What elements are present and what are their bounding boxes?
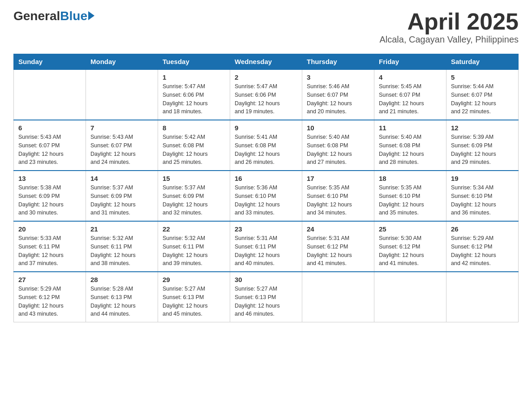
day-info: Sunrise: 5:43 AMSunset: 6:07 PMDaylight:… (18, 133, 81, 167)
weekday-header-monday: Monday (86, 54, 158, 70)
calendar-cell: 25Sunrise: 5:30 AMSunset: 6:12 PMDayligh… (374, 221, 446, 272)
calendar-header: SundayMondayTuesdayWednesdayThursdayFrid… (14, 54, 519, 70)
calendar-cell: 3Sunrise: 5:46 AMSunset: 6:07 PMDaylight… (302, 69, 374, 120)
day-number: 16 (235, 175, 297, 182)
day-info: Sunrise: 5:47 AMSunset: 6:06 PMDaylight:… (235, 82, 297, 116)
calendar-cell: 10Sunrise: 5:40 AMSunset: 6:08 PMDayligh… (302, 120, 374, 171)
day-number: 18 (379, 175, 442, 182)
calendar-cell (374, 272, 446, 322)
day-number: 19 (451, 175, 514, 182)
day-info: Sunrise: 5:47 AMSunset: 6:06 PMDaylight:… (163, 82, 225, 116)
calendar-table: SundayMondayTuesdayWednesdayThursdayFrid… (13, 54, 519, 322)
calendar-cell (302, 272, 374, 322)
day-number: 22 (163, 225, 225, 233)
calendar-cell: 27Sunrise: 5:29 AMSunset: 6:12 PMDayligh… (14, 272, 86, 322)
calendar-cell: 20Sunrise: 5:33 AMSunset: 6:11 PMDayligh… (14, 221, 86, 272)
calendar-cell: 23Sunrise: 5:31 AMSunset: 6:11 PMDayligh… (230, 221, 302, 272)
day-info: Sunrise: 5:30 AMSunset: 6:12 PMDaylight:… (379, 234, 442, 268)
day-info: Sunrise: 5:27 AMSunset: 6:13 PMDaylight:… (163, 285, 225, 318)
calendar-cell: 29Sunrise: 5:27 AMSunset: 6:13 PMDayligh… (158, 272, 230, 322)
day-info: Sunrise: 5:40 AMSunset: 6:08 PMDaylight:… (379, 133, 442, 167)
day-info: Sunrise: 5:29 AMSunset: 6:12 PMDaylight:… (18, 285, 81, 318)
calendar-cell: 17Sunrise: 5:35 AMSunset: 6:10 PMDayligh… (302, 171, 374, 221)
day-info: Sunrise: 5:31 AMSunset: 6:11 PMDaylight:… (235, 234, 297, 268)
calendar-cell: 13Sunrise: 5:38 AMSunset: 6:09 PMDayligh… (14, 171, 86, 221)
day-number: 3 (307, 73, 369, 81)
calendar-cell: 30Sunrise: 5:27 AMSunset: 6:13 PMDayligh… (230, 272, 302, 322)
calendar-week-4: 20Sunrise: 5:33 AMSunset: 6:11 PMDayligh… (14, 221, 519, 272)
calendar-cell: 11Sunrise: 5:40 AMSunset: 6:08 PMDayligh… (374, 120, 446, 171)
day-number: 9 (235, 124, 297, 132)
weekday-header-friday: Friday (374, 54, 446, 70)
day-info: Sunrise: 5:27 AMSunset: 6:13 PMDaylight:… (235, 285, 297, 318)
logo-blue-text: Blue (60, 9, 87, 23)
calendar-week-5: 27Sunrise: 5:29 AMSunset: 6:12 PMDayligh… (14, 272, 519, 322)
day-number: 25 (379, 225, 442, 233)
title-block: April 2025 Alcala, Cagayan Valley, Phili… (379, 9, 519, 45)
day-number: 21 (90, 225, 153, 233)
day-number: 17 (307, 175, 369, 182)
calendar-cell: 26Sunrise: 5:29 AMSunset: 6:12 PMDayligh… (446, 221, 519, 272)
day-number: 2 (235, 73, 297, 81)
day-info: Sunrise: 5:28 AMSunset: 6:13 PMDaylight:… (90, 285, 153, 318)
calendar-cell: 7Sunrise: 5:43 AMSunset: 6:07 PMDaylight… (86, 120, 158, 171)
day-number: 1 (163, 73, 225, 81)
calendar-week-2: 6Sunrise: 5:43 AMSunset: 6:07 PMDaylight… (14, 120, 519, 171)
day-info: Sunrise: 5:42 AMSunset: 6:08 PMDaylight:… (163, 133, 225, 167)
calendar-cell: 19Sunrise: 5:34 AMSunset: 6:10 PMDayligh… (446, 171, 519, 221)
calendar-week-3: 13Sunrise: 5:38 AMSunset: 6:09 PMDayligh… (14, 171, 519, 221)
day-info: Sunrise: 5:39 AMSunset: 6:09 PMDaylight:… (451, 133, 514, 167)
day-info: Sunrise: 5:36 AMSunset: 6:10 PMDaylight:… (235, 184, 297, 217)
day-number: 27 (18, 276, 81, 283)
calendar-cell: 8Sunrise: 5:42 AMSunset: 6:08 PMDaylight… (158, 120, 230, 171)
day-number: 24 (307, 225, 369, 233)
day-number: 20 (18, 225, 81, 233)
weekday-header-row: SundayMondayTuesdayWednesdayThursdayFrid… (14, 54, 519, 70)
day-number: 8 (163, 124, 225, 132)
day-number: 12 (451, 124, 514, 132)
day-info: Sunrise: 5:29 AMSunset: 6:12 PMDaylight:… (451, 234, 514, 268)
calendar-subtitle: Alcala, Cagayan Valley, Philippines (379, 34, 519, 45)
day-info: Sunrise: 5:45 AMSunset: 6:07 PMDaylight:… (379, 82, 442, 116)
day-number: 26 (451, 225, 514, 233)
day-number: 7 (90, 124, 153, 132)
day-number: 5 (451, 73, 514, 81)
day-info: Sunrise: 5:34 AMSunset: 6:10 PMDaylight:… (451, 184, 514, 217)
calendar-cell: 4Sunrise: 5:45 AMSunset: 6:07 PMDaylight… (374, 69, 446, 120)
calendar-cell: 22Sunrise: 5:32 AMSunset: 6:11 PMDayligh… (158, 221, 230, 272)
day-info: Sunrise: 5:43 AMSunset: 6:07 PMDaylight:… (90, 133, 153, 167)
day-info: Sunrise: 5:31 AMSunset: 6:12 PMDaylight:… (307, 234, 369, 268)
calendar-week-1: 1Sunrise: 5:47 AMSunset: 6:06 PMDaylight… (14, 69, 519, 120)
weekday-header-saturday: Saturday (446, 54, 519, 70)
calendar-title: April 2025 (379, 9, 519, 34)
day-info: Sunrise: 5:33 AMSunset: 6:11 PMDaylight:… (18, 234, 81, 268)
day-info: Sunrise: 5:44 AMSunset: 6:07 PMDaylight:… (451, 82, 514, 116)
calendar-cell: 18Sunrise: 5:35 AMSunset: 6:10 PMDayligh… (374, 171, 446, 221)
calendar-cell: 2Sunrise: 5:47 AMSunset: 6:06 PMDaylight… (230, 69, 302, 120)
day-number: 29 (163, 276, 225, 283)
calendar-cell: 15Sunrise: 5:37 AMSunset: 6:09 PMDayligh… (158, 171, 230, 221)
calendar-cell: 16Sunrise: 5:36 AMSunset: 6:10 PMDayligh… (230, 171, 302, 221)
day-info: Sunrise: 5:41 AMSunset: 6:08 PMDaylight:… (235, 133, 297, 167)
weekday-header-wednesday: Wednesday (230, 54, 302, 70)
day-info: Sunrise: 5:35 AMSunset: 6:10 PMDaylight:… (307, 184, 369, 217)
day-number: 28 (90, 276, 153, 283)
day-info: Sunrise: 5:38 AMSunset: 6:09 PMDaylight:… (18, 184, 81, 217)
calendar-cell: 1Sunrise: 5:47 AMSunset: 6:06 PMDaylight… (158, 69, 230, 120)
calendar-cell (446, 272, 519, 322)
logo: General Blue (13, 9, 94, 23)
calendar-body: 1Sunrise: 5:47 AMSunset: 6:06 PMDaylight… (14, 69, 519, 322)
day-number: 13 (18, 175, 81, 182)
calendar-cell: 28Sunrise: 5:28 AMSunset: 6:13 PMDayligh… (86, 272, 158, 322)
day-info: Sunrise: 5:35 AMSunset: 6:10 PMDaylight:… (379, 184, 442, 217)
logo-arrow-icon (88, 11, 94, 20)
day-info: Sunrise: 5:37 AMSunset: 6:09 PMDaylight:… (90, 184, 153, 217)
day-info: Sunrise: 5:32 AMSunset: 6:11 PMDaylight:… (90, 234, 153, 268)
weekday-header-sunday: Sunday (14, 54, 86, 70)
logo-general-text: General (13, 9, 60, 23)
day-info: Sunrise: 5:32 AMSunset: 6:11 PMDaylight:… (163, 234, 225, 268)
page-header: General Blue April 2025 Alcala, Cagayan … (13, 9, 519, 45)
calendar-cell (86, 69, 158, 120)
calendar-cell: 14Sunrise: 5:37 AMSunset: 6:09 PMDayligh… (86, 171, 158, 221)
day-number: 11 (379, 124, 442, 132)
